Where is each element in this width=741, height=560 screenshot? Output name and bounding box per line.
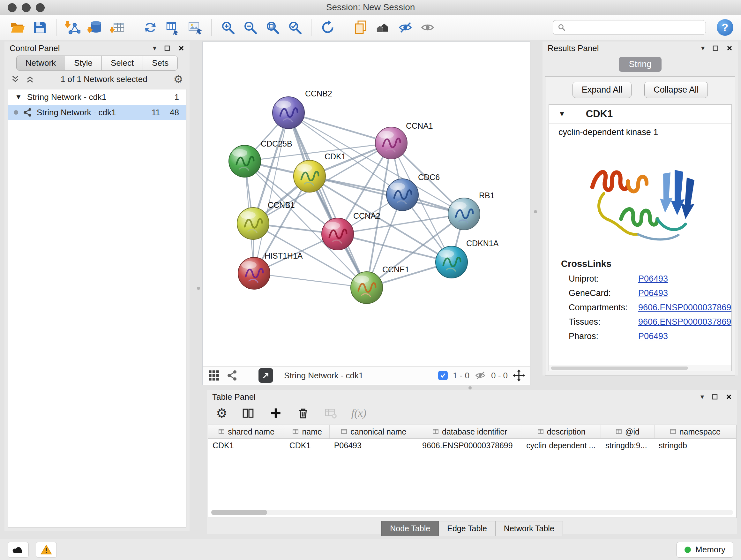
search-input[interactable] bbox=[569, 22, 701, 33]
table-cell[interactable]: P06493 bbox=[330, 439, 418, 452]
zoom-fit-button[interactable] bbox=[263, 17, 282, 37]
collapse-all-icon[interactable] bbox=[11, 75, 20, 84]
collapse-triangle-icon[interactable]: ▼ bbox=[15, 93, 22, 101]
column-header-description[interactable]: description bbox=[522, 425, 601, 439]
table-cell[interactable]: CDK1 bbox=[208, 439, 285, 452]
table-hscrollbar[interactable] bbox=[211, 510, 733, 515]
float-panel-icon[interactable] bbox=[712, 45, 719, 51]
expand-all-button[interactable]: Expand All bbox=[572, 82, 632, 98]
network-canvas[interactable]: CCNB2CCNA1CDC25BCDK1CDC6RB1CCNB1CCNA2CDK… bbox=[203, 42, 530, 366]
network-edge[interactable] bbox=[254, 273, 367, 288]
table-cell[interactable]: stringdb bbox=[654, 439, 736, 452]
scrollbar-thumb[interactable] bbox=[551, 367, 688, 370]
column-header--id[interactable]: @id bbox=[601, 425, 654, 439]
cybrowser-home-button[interactable] bbox=[373, 17, 393, 37]
control-panel-title: Control Panel bbox=[10, 44, 60, 53]
attribute-table[interactable]: shared namenamecanonical namedatabase id… bbox=[208, 425, 736, 452]
panel-menu-icon[interactable]: ▾ bbox=[700, 393, 704, 401]
gear-icon[interactable]: ⚙ bbox=[174, 74, 183, 84]
tab-node-table[interactable]: Node Table bbox=[381, 521, 439, 536]
close-panel-icon[interactable] bbox=[726, 45, 733, 51]
zoom-out-button[interactable] bbox=[240, 17, 260, 37]
show-columns-icon[interactable] bbox=[242, 407, 255, 420]
network-node-HIST1H1A[interactable]: HIST1H1A bbox=[238, 251, 303, 289]
table-settings-gear-icon[interactable]: ⚙ bbox=[216, 407, 227, 420]
panel-menu-icon[interactable]: ▾ bbox=[153, 44, 156, 52]
crosslink-link[interactable]: P06493 bbox=[638, 274, 668, 284]
zoom-in-button[interactable] bbox=[218, 17, 238, 37]
float-panel-icon[interactable] bbox=[164, 45, 171, 51]
network-node-CCNB1[interactable]: CCNB1 bbox=[237, 200, 295, 240]
pan-crosshair-icon[interactable] bbox=[513, 369, 525, 381]
close-panel-icon[interactable] bbox=[178, 45, 185, 51]
float-panel-icon[interactable] bbox=[712, 394, 718, 400]
column-header-canonical-name[interactable]: canonical name bbox=[330, 425, 418, 439]
import-table-button[interactable] bbox=[108, 17, 127, 37]
clone-network-button[interactable] bbox=[140, 17, 160, 37]
tab-network[interactable]: Network bbox=[16, 56, 65, 71]
import-network-file-button[interactable] bbox=[63, 17, 83, 37]
gene-card-scrollbar[interactable] bbox=[549, 365, 731, 371]
column-header-database-identifier[interactable]: database identifier bbox=[418, 425, 522, 439]
selected-checkbox[interactable] bbox=[438, 371, 448, 380]
splitter-handle[interactable] bbox=[534, 210, 537, 213]
zoom-selected-button[interactable] bbox=[285, 17, 305, 37]
column-header-namespace[interactable]: namespace bbox=[654, 425, 736, 439]
tab-style[interactable]: Style bbox=[65, 56, 102, 71]
column-header-shared-name[interactable]: shared name bbox=[208, 425, 285, 439]
table-cell[interactable]: cyclin-dependent ... bbox=[522, 439, 601, 452]
network-node-CCNA1[interactable]: CCNA1 bbox=[375, 121, 433, 159]
add-column-icon[interactable] bbox=[269, 407, 282, 420]
table-cell[interactable]: CDK1 bbox=[285, 439, 330, 452]
network-node-CDC6[interactable]: CDC6 bbox=[387, 173, 440, 211]
network-node-CDC25B[interactable]: CDC25B bbox=[229, 139, 292, 177]
crosslink-link[interactable]: P06493 bbox=[638, 288, 668, 298]
tab-sets[interactable]: Sets bbox=[143, 56, 178, 71]
network-node-CDK1[interactable]: CDK1 bbox=[293, 152, 346, 192]
delete-column-trash-icon[interactable] bbox=[296, 407, 310, 420]
network-edge[interactable] bbox=[254, 113, 288, 273]
export-image-button[interactable] bbox=[185, 17, 205, 37]
collapse-all-button[interactable]: Collapse All bbox=[644, 82, 708, 98]
tab-network-table[interactable]: Network Table bbox=[495, 521, 563, 536]
tab-select[interactable]: Select bbox=[102, 56, 143, 71]
scrollbar-thumb[interactable] bbox=[211, 510, 267, 515]
crosslink-link[interactable]: 9606.ENSP00000378699 bbox=[638, 303, 732, 313]
save-session-button[interactable] bbox=[30, 17, 50, 37]
open-in-new-button[interactable] bbox=[259, 368, 273, 383]
crosslink-link[interactable]: 9606.ENSP00000378699 bbox=[638, 317, 732, 327]
column-header-name[interactable]: name bbox=[285, 425, 330, 439]
birdseye-grid-icon[interactable] bbox=[208, 369, 220, 381]
apply-layout-button[interactable] bbox=[318, 17, 338, 37]
network-node-RB1[interactable]: RB1 bbox=[448, 191, 495, 230]
help-button[interactable]: ? bbox=[717, 19, 733, 36]
table-cell[interactable]: stringdb:9... bbox=[601, 439, 654, 452]
gene-card-header[interactable]: ▼ CDK1 bbox=[549, 105, 731, 124]
expand-all-icon[interactable] bbox=[25, 75, 35, 84]
table-cell[interactable]: 9606.ENSP00000378699 bbox=[418, 439, 522, 452]
export-table-button[interactable] bbox=[163, 17, 183, 37]
show-graphics-details-button[interactable] bbox=[395, 17, 415, 37]
splitter-handle[interactable] bbox=[197, 287, 200, 290]
network-collection-row[interactable]: ▼ String Network - cdk1 1 bbox=[8, 89, 186, 105]
warnings-button[interactable] bbox=[36, 542, 57, 558]
tab-string[interactable]: String bbox=[619, 57, 662, 72]
splitter-handle[interactable] bbox=[468, 386, 472, 389]
import-network-database-button[interactable] bbox=[85, 17, 105, 37]
crosslink-link[interactable]: P06493 bbox=[638, 331, 668, 341]
hide-graphics-details-button[interactable] bbox=[418, 17, 437, 37]
close-panel-icon[interactable] bbox=[726, 394, 732, 400]
tab-edge-table[interactable]: Edge Table bbox=[439, 521, 495, 536]
network-row-selected[interactable]: String Network - cdk1 11 48 bbox=[8, 105, 186, 120]
share-network-icon[interactable] bbox=[226, 370, 238, 381]
memory-button[interactable]: Memory bbox=[677, 542, 733, 558]
open-session-button[interactable] bbox=[8, 17, 27, 37]
cloud-status-button[interactable] bbox=[8, 542, 29, 558]
panel-menu-icon[interactable]: ▾ bbox=[701, 44, 704, 52]
table-row[interactable]: CDK1CDK1P064939606.ENSP00000378699cyclin… bbox=[208, 439, 736, 452]
network-edge[interactable] bbox=[288, 113, 367, 288]
collapse-triangle-icon[interactable]: ▼ bbox=[558, 110, 565, 118]
copy-document-button[interactable] bbox=[351, 17, 370, 37]
network-node-CDKN1A[interactable]: CDKN1A bbox=[435, 239, 499, 278]
search-field[interactable] bbox=[553, 20, 706, 35]
